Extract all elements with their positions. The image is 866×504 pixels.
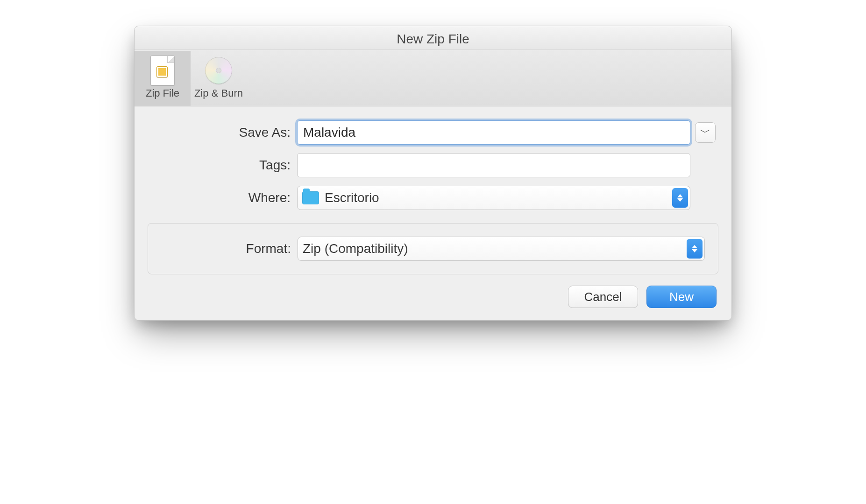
tags-label: Tags: (148, 158, 297, 173)
save-as-input[interactable] (297, 120, 690, 145)
select-stepper-icon (687, 239, 703, 259)
where-value: Escritorio (325, 190, 379, 205)
select-stepper-icon (672, 188, 688, 208)
where-select[interactable]: Escritorio (297, 186, 690, 210)
dialog-window: New Zip File Zip File Zip & Burn Save As… (134, 26, 732, 321)
toolbar: Zip File Zip & Burn (135, 50, 731, 106)
format-label: Format: (161, 241, 298, 256)
dialog-title: New Zip File (135, 26, 731, 50)
where-label: Where: (148, 190, 297, 205)
toolbar-item-label: Zip & Burn (192, 87, 245, 99)
toolbar-item-zip-and-burn[interactable]: Zip & Burn (191, 51, 247, 106)
dialog-body: Save As: ﹀ Tags: Where: Escritorio (135, 106, 731, 320)
folder-icon (302, 191, 319, 204)
format-value: Zip (Compatibility) (303, 241, 408, 256)
toolbar-item-zip-file[interactable]: Zip File (135, 51, 191, 106)
zipfile-icon (150, 56, 175, 85)
new-button[interactable]: New (646, 286, 717, 308)
save-as-label: Save As: (148, 125, 297, 140)
cancel-button[interactable]: Cancel (568, 286, 638, 308)
dialog-footer: Cancel New (148, 286, 718, 308)
disc-icon (205, 57, 232, 84)
tags-input[interactable] (297, 153, 690, 177)
format-panel: Format: Zip (Compatibility) (148, 223, 718, 274)
format-select[interactable]: Zip (Compatibility) (298, 237, 705, 261)
chevron-down-icon: ﹀ (700, 126, 710, 140)
toolbar-item-label: Zip File (136, 87, 189, 99)
expand-save-button[interactable]: ﹀ (695, 122, 716, 143)
